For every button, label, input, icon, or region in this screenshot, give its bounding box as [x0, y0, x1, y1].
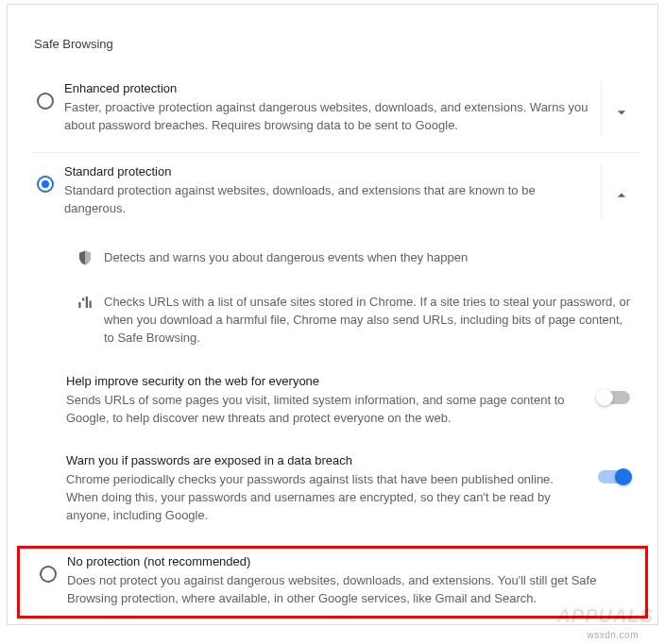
- radio-standard[interactable]: [37, 176, 54, 193]
- option-none-title: No protection (not recommended): [67, 554, 630, 568]
- option-enhanced-desc: Faster, proactive protection against dan…: [64, 99, 593, 135]
- toggle-password-warn[interactable]: [598, 470, 630, 483]
- svg-rect-0: [78, 302, 80, 308]
- setting-help-improve: Help improve security on the web for eve…: [66, 361, 640, 441]
- chevron-down-icon: [612, 103, 631, 126]
- option-enhanced[interactable]: Enhanced protection Faster, proactive pr…: [8, 72, 657, 148]
- setting-pass-title: Warn you if passwords are exposed in a d…: [66, 453, 580, 467]
- radio-enhanced[interactable]: [37, 93, 54, 110]
- setting-password-warn: Warn you if passwords are exposed in a d…: [66, 440, 640, 538]
- source-watermark: wsxdn.com: [587, 630, 639, 640]
- option-standard-title: Standard protection: [64, 164, 593, 178]
- option-none-desc: Does not protect you against dangerous w…: [67, 572, 630, 608]
- feature-checks-text: Checks URLs with a list of unsafe sites …: [104, 294, 640, 347]
- option-standard-desc: Standard protection against websites, do…: [64, 182, 593, 218]
- feature-detects-text: Detects and warns you about dangerous ev…: [104, 249, 640, 267]
- option-none[interactable]: No protection (not recommended) Does not…: [35, 554, 638, 608]
- svg-rect-1: [82, 298, 84, 301]
- collapse-standard[interactable]: [601, 164, 640, 218]
- svg-rect-2: [86, 297, 88, 308]
- setting-help-title: Help improve security on the web for eve…: [66, 374, 580, 388]
- expand-enhanced[interactable]: [601, 81, 640, 135]
- highlight-box: No protection (not recommended) Does not…: [17, 546, 648, 619]
- bars-icon: [66, 294, 104, 311]
- radio-none[interactable]: [40, 566, 57, 583]
- safe-browsing-panel: Safe Browsing Enhanced protection Faster…: [7, 4, 658, 625]
- section-title: Safe Browsing: [8, 5, 657, 72]
- feature-detects: Detects and warns you about dangerous ev…: [66, 236, 640, 280]
- option-standard[interactable]: Standard protection Standard protection …: [8, 155, 657, 231]
- setting-pass-desc: Chrome periodically checks your password…: [66, 471, 580, 525]
- feature-checks-urls: Checks URLs with a list of unsafe sites …: [66, 280, 640, 361]
- standard-expanded: Detects and warns you about dangerous ev…: [8, 230, 657, 540]
- shield-icon: [66, 249, 104, 266]
- toggle-help-improve[interactable]: [598, 391, 630, 404]
- setting-help-desc: Sends URLs of some pages you visit, limi…: [66, 392, 580, 428]
- svg-rect-3: [90, 301, 92, 309]
- divider: [32, 152, 640, 153]
- option-enhanced-title: Enhanced protection: [64, 81, 593, 95]
- chevron-up-icon: [612, 186, 631, 209]
